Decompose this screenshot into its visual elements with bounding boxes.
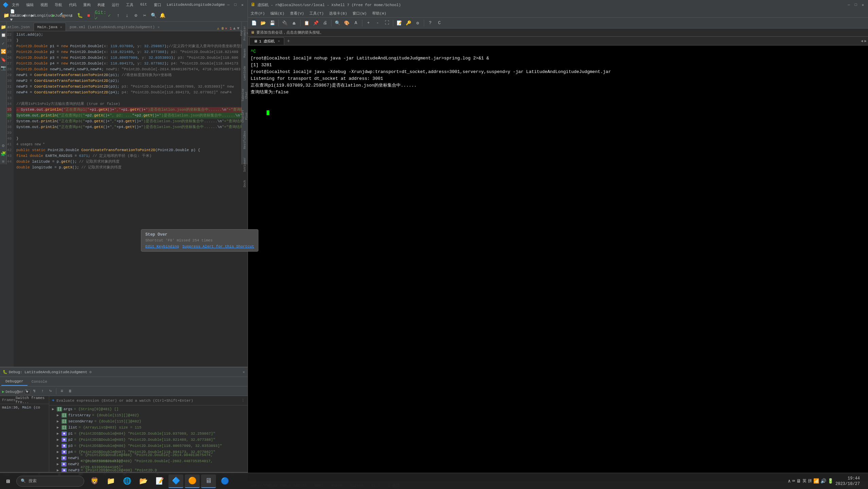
taskbar-folder-icon[interactable]: 📂 [136, 474, 151, 488]
code-text[interactable]: list.add(p); } Point2D.Double p1 = new P… [14, 31, 248, 367]
side-tab-maven[interactable]: Maven [242, 46, 247, 60]
breadcrumb-dropdown[interactable]: 📄 LatitudeAndLongitudeJudgment ▼ [37, 12, 46, 20]
menu-refactor[interactable]: 重构 [82, 2, 92, 8]
xshell-script-btn[interactable]: 📝 [395, 19, 403, 27]
xshell-key-btn[interactable]: 🔑 [404, 19, 413, 27]
step-out-btn[interactable]: ↑ [39, 387, 46, 395]
terminal-area[interactable]: ^C [root@localhost local]# nohup java -j… [248, 46, 868, 482]
frames-btn[interactable]: ≡ [58, 387, 66, 395]
tray-speaker-icon[interactable]: 🔊 [820, 478, 826, 484]
side-tab-restfulbox[interactable]: RestfulBox [242, 128, 247, 152]
debug-close-icon[interactable]: ✕ [242, 370, 245, 374]
reload-button[interactable]: ↺ [67, 12, 75, 20]
system-clock[interactable]: 19:44 2023/10/27 [835, 476, 860, 487]
side-tab-leetcode[interactable]: LeetCode [242, 63, 247, 83]
edit-keybinding-link[interactable]: Edit Keybinding [145, 244, 179, 249]
var-list[interactable]: ▶ [] list = {ArrayList@483} size = 115 [49, 424, 248, 431]
minimize-button[interactable]: — [226, 3, 231, 7]
var-p2[interactable]: ▶ ▣ p2 = {Point2DS$Double@485} "Point2D.… [49, 437, 248, 443]
notifications[interactable]: 🔔 [158, 12, 166, 20]
xshell-disconnect-btn[interactable]: ⏏ [290, 19, 298, 27]
var-p3[interactable]: ▶ ▣ p3 = {Point2DS$Double@486} "Point2D.… [49, 443, 248, 449]
bookmark-icon-sidebar[interactable]: 🔖 [1, 57, 6, 62]
structure-icon-sidebar[interactable]: 🔲 [1, 33, 6, 38]
xshell-settings-btn[interactable]: ⚙ [414, 19, 422, 27]
xshell-help-btn[interactable]: ? [426, 19, 434, 27]
xshell-maximize-btn[interactable]: □ [853, 3, 858, 7]
expand-secondarray-icon[interactable]: ▶ [57, 418, 61, 424]
taskbar-xshell-icon[interactable]: 🖥 [201, 474, 216, 488]
git-push[interactable]: ↑ [114, 12, 122, 20]
menu-code[interactable]: 代码 [68, 2, 78, 8]
xshell-font-btn[interactable]: A [352, 19, 360, 27]
var-secondArray[interactable]: ▶ [] secondArray = {double[115][]@482} [49, 418, 248, 424]
xshell-csdn-btn[interactable]: C [435, 19, 444, 27]
camera-icon-sidebar[interactable]: 📷 [1, 65, 6, 71]
xshell-menu-view[interactable]: 查看(V) [290, 11, 304, 16]
tab-console[interactable]: Console [28, 378, 51, 386]
switch-frames-btn[interactable]: Switch frames fro... [16, 396, 47, 404]
tray-up-arrow[interactable]: ∧ [788, 478, 791, 484]
windows-start-button[interactable]: ⊞ [0, 473, 16, 489]
tray-keyboard-icon[interactable]: ⌨ [792, 478, 795, 484]
xshell-print-btn[interactable]: 🖨 [321, 19, 329, 27]
suppress-alert-link[interactable]: Suppress Alert for this Shortcut [182, 244, 254, 249]
step-over-btn[interactable]: ↷ [14, 387, 22, 395]
menu-edit[interactable]: 编辑 [25, 2, 35, 8]
xshell-copy-btn[interactable]: 📋 [303, 19, 311, 27]
side-tab-soviewer[interactable]: SoViewer [242, 155, 247, 175]
step-into-btn[interactable]: ↴ [22, 387, 30, 395]
tab-pom-xml[interactable]: pom.xml (LatitudeAndLongitudeJudgment) ✕ [66, 23, 163, 31]
session-tab-add-btn[interactable]: + [285, 38, 292, 44]
expand-p4-icon[interactable]: ▶ [57, 449, 61, 455]
watch-more-icon[interactable]: ⋮ [241, 398, 245, 403]
xshell-zoom-in-btn[interactable]: + [364, 19, 373, 27]
xshell-paste-btn[interactable]: 📌 [312, 19, 320, 27]
debug-button[interactable]: 🐛 [76, 12, 84, 20]
expand-p3-icon[interactable]: ▶ [57, 443, 61, 449]
git-history[interactable]: ⊙ [132, 12, 140, 20]
expand-list-icon[interactable]: ▶ [57, 424, 61, 431]
structure2-icon-sidebar[interactable]: ≡ [2, 159, 5, 164]
menu-build[interactable]: 构建 [96, 2, 106, 8]
taskbar-explorer-icon[interactable]: 📁 [103, 474, 118, 488]
tab-main-java[interactable]: Main.java ✕ [34, 23, 66, 31]
side-tab-tabnine-chat[interactable]: Tabnine Chat [241, 86, 249, 104]
tray-desktop-icon[interactable]: 🖥 [796, 478, 801, 484]
xshell-zoom-out-btn[interactable]: - [374, 19, 382, 27]
project-icon[interactable]: 📁 [2, 12, 10, 20]
project-icon-sidebar[interactable]: 📁 [1, 24, 6, 30]
xshell-find-btn[interactable]: 🔍 [333, 19, 342, 27]
taskbar-animal-icon[interactable]: 🦁 [87, 474, 102, 488]
taskbar-notes-icon[interactable]: 📝 [152, 474, 167, 488]
plugin-icon-sidebar[interactable]: 🧩 [1, 151, 6, 157]
frame-item[interactable]: main:36, Main (co [0, 404, 49, 411]
thread-list-btn[interactable]: ≣ [66, 387, 74, 395]
expand-p2-icon[interactable]: ▶ [57, 437, 61, 443]
menu-run[interactable]: 运行 [110, 2, 121, 8]
xshell-new-btn[interactable]: 📄 [250, 19, 258, 27]
scrollbar-up[interactable]: ▲ [233, 26, 236, 31]
menu-tools[interactable]: 工具 [125, 2, 135, 8]
taskbar-intellij-icon[interactable]: 🔷 [168, 474, 183, 488]
expand-newp1-icon[interactable]: ▶ [57, 455, 61, 461]
show-desktop-btn[interactable] [862, 474, 864, 488]
menu-navigate[interactable]: 导航 [53, 2, 64, 8]
git-pull[interactable]: ↓ [123, 12, 131, 20]
run-to-cursor-btn[interactable]: ⤷ [47, 387, 54, 395]
var-newP2[interactable]: ▶ ▣ newP2 = {Point2DS$Double@489} "Point… [49, 461, 248, 467]
xshell-color-scheme-btn[interactable]: 🎨 [343, 19, 351, 27]
menu-git[interactable]: Git [139, 2, 148, 8]
expand-firstarray-icon[interactable]: ▶ [57, 412, 61, 418]
tab-main-java-close[interactable]: ✕ [60, 25, 62, 29]
xshell-menu-help[interactable]: 帮助(H) [372, 11, 386, 16]
var-firstArray[interactable]: ▶ [] firstArray = {double[115][]@482} [49, 412, 248, 418]
expand-newp3-icon[interactable]: ▶ [57, 467, 61, 472]
close-button[interactable]: ✕ [240, 3, 245, 7]
tab-pom-xml-close[interactable]: ✕ [158, 25, 160, 29]
maximize-button[interactable]: □ [233, 3, 238, 7]
session-tab-vm1[interactable]: 🖥 1 虚拟机 ✕ [249, 37, 284, 45]
git-check[interactable]: Git: ✓ [96, 12, 105, 20]
side-tab-chatgpt[interactable]: ChatGPT Plus [241, 107, 249, 125]
xshell-close-btn[interactable]: ✕ [860, 3, 865, 7]
